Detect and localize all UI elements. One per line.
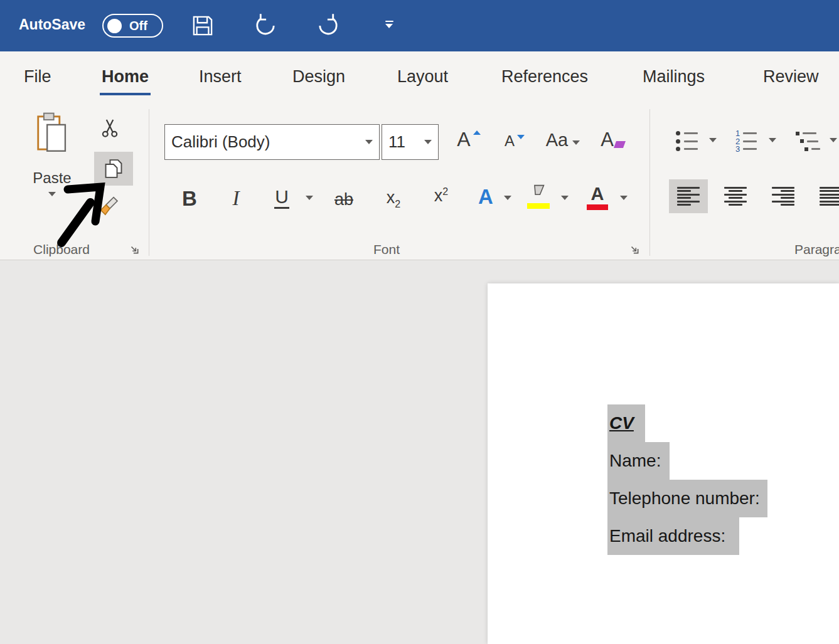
font-color-button[interactable]: A	[582, 181, 612, 214]
bullets-button[interactable]	[673, 128, 700, 154]
subscript-base: x	[387, 188, 395, 207]
justify-button[interactable]	[816, 183, 839, 209]
cut-button[interactable]	[97, 115, 123, 140]
dialog-launcher-icon	[629, 244, 640, 255]
selected-text[interactable]: Telephone number:	[607, 480, 767, 517]
undo-button[interactable]	[252, 12, 279, 40]
document-page[interactable]: CV Name: Telephone number: Email address…	[488, 283, 839, 644]
grow-font-letter: A	[457, 129, 470, 149]
format-painter-icon	[99, 195, 121, 218]
tab-layout[interactable]: Layout	[397, 66, 448, 87]
align-right-button[interactable]	[768, 183, 798, 209]
multilevel-dropdown-icon[interactable]	[830, 138, 837, 142]
paste-button[interactable]: Paste	[30, 112, 74, 206]
doc-line-name[interactable]: Name:	[607, 442, 767, 480]
align-left-button[interactable]	[669, 179, 708, 213]
toggle-knob	[107, 19, 122, 33]
undo-icon	[252, 12, 279, 40]
underline-button[interactable]: U	[269, 183, 295, 213]
clipboard-group-label: Clipboard	[18, 242, 105, 257]
tab-review[interactable]: Review	[763, 66, 819, 87]
highlight-color-bar	[527, 203, 550, 209]
redo-icon	[314, 12, 342, 40]
selected-text[interactable]: CV	[607, 404, 645, 442]
strikethrough-button[interactable]: ab	[328, 187, 360, 212]
copy-icon	[102, 157, 125, 180]
highlight-dropdown-icon[interactable]	[561, 196, 569, 200]
underline-dropdown-icon[interactable]	[306, 196, 313, 200]
redo-button[interactable]	[314, 12, 342, 40]
superscript-base: x	[434, 186, 443, 205]
bold-button[interactable]: B	[177, 183, 202, 213]
grow-font-button[interactable]: A	[453, 124, 484, 154]
chevron-down-icon	[385, 24, 393, 28]
chevron-down-icon	[517, 135, 525, 139]
tab-home[interactable]: Home	[102, 66, 149, 87]
superscript-button[interactable]: x2	[425, 182, 457, 209]
autosave-state: Off	[129, 19, 147, 33]
copy-button[interactable]	[94, 152, 133, 186]
tab-references[interactable]: References	[501, 66, 588, 87]
clear-formatting-button[interactable]: A	[596, 124, 629, 154]
multilevel-list-button[interactable]	[793, 128, 822, 154]
selected-text[interactable]: Name:	[607, 442, 670, 480]
subscript-button[interactable]: x2	[378, 186, 409, 213]
highlight-button[interactable]	[523, 179, 553, 213]
doc-line-cv[interactable]: CV	[607, 404, 767, 442]
italic-letter: I	[233, 188, 240, 209]
font-name-combo[interactable]: Calibri (Body)	[164, 124, 380, 160]
highlighter-icon	[528, 184, 549, 203]
numbering-button[interactable]: 1 2 3	[732, 128, 761, 154]
numbering-icon: 1 2 3	[735, 130, 757, 152]
ribbon: Paste Clipboard Calibri	[0, 100, 839, 260]
font-group-label: Font	[358, 242, 415, 257]
align-center-button[interactable]	[720, 183, 751, 209]
font-size-value: 11	[388, 132, 420, 152]
document-area: CV Name: Telephone number: Email address…	[0, 260, 839, 644]
bullets-icon	[676, 130, 698, 152]
change-case-label: Aa	[546, 131, 568, 149]
tab-file[interactable]: File	[24, 66, 51, 87]
bullets-dropdown-icon[interactable]	[709, 138, 717, 142]
paste-dropdown-icon[interactable]	[48, 192, 56, 196]
text-effects-dropdown-icon[interactable]	[504, 196, 511, 200]
tab-insert[interactable]: Insert	[199, 66, 242, 87]
numbering-dropdown-icon[interactable]	[769, 138, 776, 142]
autosave-toggle[interactable]: Off	[102, 14, 163, 38]
align-center-icon	[724, 187, 747, 206]
customize-bar	[385, 21, 393, 22]
paragraph-group-label: Paragraph	[794, 242, 839, 257]
numbering-digit: 1	[735, 130, 743, 136]
chevron-down-icon	[424, 140, 432, 144]
align-right-icon	[772, 187, 794, 206]
format-painter-button[interactable]	[97, 193, 123, 219]
superscript-mark: 2	[442, 186, 448, 197]
save-button[interactable]	[190, 13, 215, 38]
group-divider	[149, 109, 149, 256]
change-case-button[interactable]: Aa	[542, 125, 584, 154]
dialog-launcher-icon	[129, 244, 140, 255]
underline-letter: U	[274, 187, 289, 209]
numbering-digit: 3	[735, 146, 743, 152]
shrink-font-button[interactable]: A	[500, 128, 530, 154]
autosave-label: AutoSave	[19, 16, 85, 33]
selected-text[interactable]: Email address:	[607, 517, 739, 555]
doc-line-telephone[interactable]: Telephone number:	[607, 480, 767, 517]
tab-design[interactable]: Design	[292, 66, 345, 87]
align-left-icon	[677, 187, 700, 206]
italic-button[interactable]: I	[226, 183, 246, 213]
bold-letter: B	[182, 188, 197, 209]
customize-quick-access-button[interactable]	[384, 21, 394, 31]
font-dialog-launcher[interactable]	[629, 244, 640, 255]
tab-mailings[interactable]: Mailings	[643, 66, 705, 87]
font-name-value: Calibri (Body)	[171, 132, 361, 152]
chevron-up-icon	[473, 130, 481, 135]
font-size-combo[interactable]: 11	[382, 124, 439, 160]
text-effects-button[interactable]: A	[472, 182, 500, 212]
font-color-dropdown-icon[interactable]	[620, 196, 628, 200]
group-divider	[649, 109, 650, 256]
multilevel-list-icon	[796, 130, 820, 152]
doc-line-email[interactable]: Email address:	[607, 517, 767, 555]
clipboard-dialog-launcher[interactable]	[129, 244, 140, 255]
paste-clipboard-icon	[35, 112, 70, 154]
